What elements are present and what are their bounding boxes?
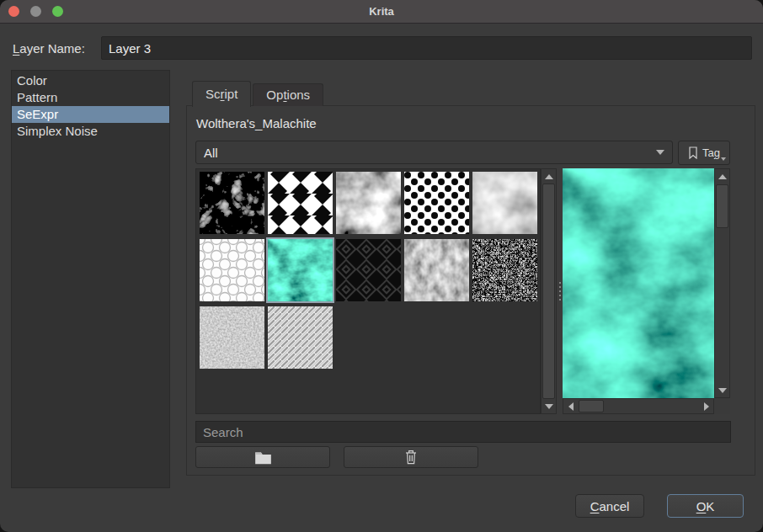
list-item-simplex-noise[interactable]: Simplex Noise — [12, 123, 169, 140]
resource-preview-pane — [563, 168, 730, 414]
delete-resource-button[interactable] — [344, 446, 478, 468]
scroll-up-button[interactable] — [715, 169, 729, 184]
trash-icon — [404, 450, 418, 465]
tag-filter-value: All — [204, 146, 218, 160]
traffic-lights — [8, 0, 63, 23]
triangle-left-icon — [568, 402, 574, 411]
scroll-left-button[interactable] — [563, 399, 578, 413]
title-bar: Krita — [0, 0, 763, 24]
ok-button[interactable]: OK — [667, 494, 744, 518]
pattern-thumbnail-diagonal-weave-pattern[interactable] — [268, 306, 333, 369]
list-item-seexpr[interactable]: SeExpr — [12, 106, 169, 123]
script-tab-pane: Wolthera's_Malachite All Tag — [186, 105, 755, 476]
pattern-thumbnail-circle-lattice-pattern[interactable] — [200, 239, 264, 301]
scroll-down-button[interactable] — [542, 399, 556, 413]
pattern-thumbnail-wolthera-malachite[interactable] — [268, 239, 333, 301]
bookmark-icon — [688, 146, 698, 159]
scroll-down-button[interactable] — [715, 383, 729, 397]
triangle-up-icon — [718, 174, 727, 179]
minimize-window-button[interactable] — [30, 6, 41, 17]
tag-button-label: Tag — [702, 146, 720, 159]
triangle-right-icon — [704, 402, 709, 411]
preview-vertical-scrollbar[interactable] — [714, 168, 730, 398]
current-resource-name: Wolthera's_Malachite — [196, 116, 317, 130]
chevron-down-icon — [656, 150, 664, 155]
layer-name-label: Layer Name: — [13, 41, 85, 56]
pattern-grid-scrollbar[interactable] — [541, 168, 557, 414]
layer-name-input[interactable] — [101, 36, 752, 60]
scrollbar-thumb[interactable] — [716, 184, 728, 228]
search-input[interactable] — [195, 421, 731, 443]
resource-preview-image[interactable] — [563, 168, 714, 398]
close-window-button[interactable] — [8, 6, 19, 17]
pattern-grid-viewport — [195, 168, 541, 414]
list-item-pattern[interactable]: Pattern — [12, 89, 169, 106]
scrollbar-thumb[interactable] — [542, 184, 555, 399]
pattern-thumbnail-rough-stone-pattern[interactable] — [404, 239, 469, 301]
pattern-thumbnail-polka-dot-pattern[interactable] — [404, 172, 469, 234]
zoom-window-button[interactable] — [52, 6, 63, 17]
pattern-thumbnail-dark-maze-pattern[interactable] — [336, 239, 401, 301]
tab-bar: Script Options — [192, 81, 325, 106]
pattern-thumbnail-dark-turbulence-pattern[interactable] — [200, 172, 264, 234]
splitter-handle[interactable] — [557, 168, 563, 414]
import-resource-button[interactable] — [195, 446, 330, 468]
preview-horizontal-scrollbar[interactable] — [563, 398, 714, 414]
scroll-up-button[interactable] — [542, 169, 556, 184]
tab-options[interactable]: Options — [253, 83, 323, 106]
pattern-thumbnail-fine-grain-pattern[interactable] — [200, 306, 264, 369]
generator-type-list: ColorPatternSeExprSimplex Noise — [11, 70, 170, 488]
triangle-down-icon — [718, 388, 727, 393]
window-title: Krita — [369, 5, 394, 18]
folder-icon — [254, 450, 272, 465]
pattern-thumbnail-triangle-mosaic-pattern[interactable] — [268, 172, 333, 234]
pattern-thumbnail-soft-smoke-pattern[interactable] — [472, 172, 537, 234]
pattern-grid — [200, 172, 540, 369]
pattern-thumbnail-gray-clouds-pattern[interactable] — [336, 172, 401, 234]
scrollbar-thumb[interactable] — [579, 400, 604, 412]
tab-script[interactable]: Script — [192, 81, 251, 107]
pattern-thumbnail-speckle-noise-pattern[interactable] — [472, 239, 537, 301]
resource-chooser — [195, 168, 731, 414]
scrollbar-corner — [714, 398, 730, 414]
tag-filter-dropdown[interactable]: All — [195, 141, 673, 164]
menu-arrow-icon — [721, 157, 726, 161]
triangle-down-icon — [545, 404, 553, 409]
tag-button[interactable]: Tag — [678, 141, 730, 165]
krita-dialog-window: Krita Layer Name: ColorPatternSeExprSimp… — [0, 0, 763, 532]
scroll-right-button[interactable] — [699, 399, 713, 413]
list-item-color[interactable]: Color — [12, 72, 169, 89]
triangle-up-icon — [545, 174, 553, 179]
cancel-button[interactable]: Cancel — [575, 494, 644, 518]
